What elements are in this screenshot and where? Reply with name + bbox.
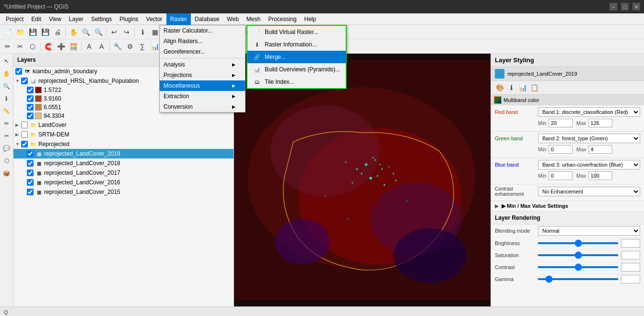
- menu-web[interactable]: Web: [223, 13, 242, 25]
- red-min-input[interactable]: [549, 119, 573, 127]
- layer-lc2019-checkbox[interactable]: [27, 150, 34, 157]
- plugin2-btn[interactable]: ⚙: [124, 41, 136, 52]
- save-button[interactable]: 💾: [27, 26, 38, 38]
- layer-lc-2017[interactable]: ▦ reprojected_LandCover_2017: [13, 168, 234, 178]
- layer-lc-2016[interactable]: ▦ reprojected_LandCover_2016: [13, 178, 234, 187]
- contrast-dropdown[interactable]: No Enhancement: [538, 187, 640, 196]
- pan-button[interactable]: ✋: [68, 26, 79, 38]
- saturation-value[interactable]: 0: [621, 251, 640, 260]
- brightness-slider[interactable]: [538, 242, 618, 244]
- menu-project[interactable]: Project: [2, 13, 27, 25]
- identify-button[interactable]: ℹ: [137, 26, 148, 38]
- edit-btn[interactable]: ✏: [2, 41, 13, 52]
- style-color-btn[interactable]: 🎨: [495, 83, 504, 92]
- select-tool[interactable]: ↖: [1, 56, 12, 67]
- node-tool-btn[interactable]: ⬡: [27, 41, 38, 52]
- print-button[interactable]: 🖨: [52, 26, 63, 38]
- blue-max-input[interactable]: [588, 171, 612, 180]
- minimize-button[interactable]: –: [609, 3, 617, 11]
- blue-min-input[interactable]: [549, 171, 573, 180]
- map-area[interactable]: [234, 54, 491, 306]
- zoom-tool[interactable]: 🔍: [1, 80, 12, 92]
- expand-landcover[interactable]: ▶: [15, 123, 21, 127]
- layer-lc2018-checkbox[interactable]: [27, 160, 34, 167]
- raster-conversion-item[interactable]: Conversion: [160, 102, 245, 112]
- menu-settings[interactable]: Settings: [87, 13, 116, 25]
- edit-tool[interactable]: ✂: [1, 130, 12, 142]
- minmax-settings-toggle[interactable]: ▶ ▶ Min / Max Value Settings: [491, 201, 644, 211]
- layer-color2-checkbox[interactable]: [27, 95, 34, 102]
- style-legend-btn[interactable]: 📋: [529, 83, 539, 92]
- menu-raster[interactable]: Raster: [166, 13, 191, 25]
- misc-raster-info[interactable]: ℹ Raster Information...: [247, 38, 346, 51]
- 3d-tool[interactable]: 📦: [1, 168, 12, 179]
- menu-database[interactable]: Database: [191, 13, 223, 25]
- brightness-value[interactable]: 0: [621, 239, 640, 248]
- menu-view[interactable]: View: [45, 13, 65, 25]
- menu-layer[interactable]: Layer: [65, 13, 87, 25]
- style-hist-btn[interactable]: 📊: [518, 83, 527, 92]
- misc-virtual-raster[interactable]: 📄 Build Virtual Raster...: [247, 26, 346, 38]
- green-max-input[interactable]: [588, 145, 612, 154]
- annotate-tool[interactable]: 💬: [1, 143, 12, 154]
- digitize-tool[interactable]: ⬡: [1, 155, 12, 167]
- red-band-selector[interactable]: Band 1: discrete_classification (Red): [538, 107, 640, 117]
- new-button[interactable]: 📄: [2, 26, 13, 38]
- layer-color1-checkbox[interactable]: [27, 87, 34, 93]
- field-calc-btn[interactable]: 🧮: [68, 41, 79, 52]
- layer-srtm-checkbox[interactable]: [21, 131, 28, 138]
- layer-lc2016-checkbox[interactable]: [27, 179, 34, 186]
- layer-reprojected-group[interactable]: ▼ 📁 Reprojected: [13, 139, 234, 149]
- expand-srtm[interactable]: ▶: [15, 132, 21, 137]
- green-band-selector[interactable]: Band 2: forest_type (Green): [538, 134, 640, 143]
- style-info-btn[interactable]: ℹ: [506, 83, 516, 92]
- misc-pyramids[interactable]: 📊 Build Overviews (Pyramids)...: [247, 63, 346, 76]
- raster-misc-item[interactable]: Miscellaneous: [160, 80, 245, 91]
- contrast-value[interactable]: 0: [621, 263, 640, 271]
- contrast-slider[interactable]: [538, 266, 618, 268]
- red-max-input[interactable]: [588, 119, 612, 127]
- layer-lc2015-checkbox[interactable]: [27, 189, 34, 195]
- layer-lc-2019[interactable]: ▦ reprojected_LandCover_2019: [13, 149, 234, 158]
- gamma-value[interactable]: 1.00: [621, 275, 640, 283]
- layer-lc-2015[interactable]: ▦ reprojected_LandCover_2015: [13, 187, 234, 197]
- label-btn[interactable]: A: [83, 41, 95, 52]
- layer-color3-checkbox[interactable]: [27, 104, 34, 111]
- layer-reprojected-checkbox[interactable]: [21, 141, 28, 147]
- menu-processing[interactable]: Processing: [264, 13, 300, 25]
- raster-calc-item[interactable]: Raster Calculator...: [160, 25, 245, 36]
- open-button[interactable]: 📁: [14, 26, 26, 38]
- layer-hrsl-checkbox[interactable]: [21, 78, 28, 84]
- identify-tool[interactable]: ℹ: [1, 93, 12, 104]
- pan-tool[interactable]: ✋: [1, 68, 12, 79]
- blue-band-selector[interactable]: Band 3: urban-coverfraction (Blue): [538, 160, 640, 169]
- misc-merge[interactable]: 🔗 Merge...: [247, 51, 346, 63]
- digitize-btn[interactable]: ✂: [14, 41, 26, 52]
- menu-edit[interactable]: Edit: [27, 13, 45, 25]
- raster-analysis-item[interactable]: Analysis: [160, 59, 245, 70]
- expand-reprojected[interactable]: ▼: [15, 142, 21, 147]
- plugin3-btn[interactable]: ∑: [137, 41, 148, 52]
- add-feature-tool[interactable]: ✏: [1, 118, 12, 129]
- raster-projections-item[interactable]: Projections: [160, 70, 245, 80]
- menu-vector[interactable]: Vector: [142, 13, 166, 25]
- close-button[interactable]: ✕: [632, 3, 640, 11]
- layer-lc-2018[interactable]: ▦ reprojected_LandCover_2018: [13, 158, 234, 168]
- redo-button[interactable]: ↪: [121, 26, 132, 38]
- label2-btn[interactable]: A: [96, 41, 107, 52]
- raster-align-item[interactable]: Align Rasters...: [160, 36, 245, 46]
- menu-mesh[interactable]: Mesh: [243, 13, 264, 25]
- snap-btn[interactable]: 🧲: [43, 41, 54, 52]
- measure-tool[interactable]: 📏: [1, 105, 12, 117]
- layer-color-4[interactable]: 94.3304: [13, 112, 234, 120]
- undo-button[interactable]: ↩: [108, 26, 120, 38]
- menu-plugins[interactable]: Plugins: [116, 13, 142, 25]
- raster-georef-item[interactable]: Georeferencer...: [160, 46, 245, 57]
- green-min-input[interactable]: [549, 145, 573, 154]
- layer-color4-checkbox[interactable]: [27, 113, 34, 119]
- expand-hrsl[interactable]: ▼: [15, 79, 21, 83]
- plugin1-btn[interactable]: 🔧: [112, 41, 123, 52]
- zoom-in-button[interactable]: 🔍: [80, 26, 92, 38]
- layer-landcover-group[interactable]: ▶ 📁 LandCover: [13, 120, 234, 130]
- add-layer-btn[interactable]: ➕: [55, 41, 67, 52]
